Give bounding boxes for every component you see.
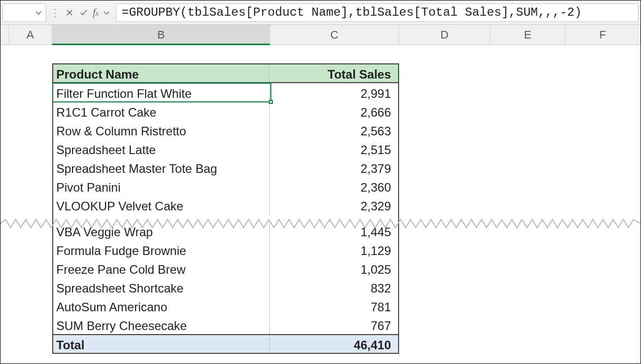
worksheet-grid[interactable]: Product Name Total Sales Filter Function… [1, 45, 640, 363]
cell-name[interactable]: Formula Fudge Brownie [53, 240, 270, 259]
cell-name[interactable]: VLOOKUP Velvet Cake [53, 196, 270, 214]
column-header-c[interactable]: C [270, 25, 399, 45]
cell-value[interactable]: 2,379 [270, 158, 398, 177]
check-icon [79, 8, 88, 17]
cell-name[interactable]: R1C1 Carrot Cake [53, 102, 270, 121]
cell-value[interactable]: 832 [270, 278, 398, 297]
groupby-result-table: Product Name Total Sales Filter Function… [52, 63, 399, 354]
divider: ⋮ [50, 7, 60, 19]
enter-formula-button[interactable] [77, 5, 91, 21]
hidden-rows-gap [53, 214, 398, 222]
column-header-f[interactable]: F [565, 25, 640, 45]
total-label[interactable]: Total [53, 335, 270, 353]
cell-value[interactable]: 2,515 [270, 139, 398, 158]
total-value[interactable]: 46,410 [270, 335, 398, 353]
cell-name[interactable]: Filter Function Flat White [53, 83, 270, 102]
table-row: Spreadsheet Master Tote Bag2,379 [53, 158, 398, 177]
cell-value[interactable]: 2,329 [270, 196, 398, 214]
cell-name[interactable]: Freeze Pane Cold Brew [53, 259, 270, 278]
cell-name[interactable]: Spreadsheet Shortcake [53, 278, 270, 297]
table-row: Spreadsheet Latte2,515 [53, 139, 398, 158]
column-header-a[interactable]: A [9, 25, 52, 45]
cell-name[interactable]: AutoSum Americano [53, 297, 270, 315]
table-row: VBA Veggie Wrap1,445 [53, 222, 398, 240]
table-row: R1C1 Carrot Cake2,666 [53, 102, 398, 121]
close-icon [65, 8, 74, 17]
cancel-formula-button[interactable] [62, 5, 77, 21]
cell-name[interactable]: Spreadsheet Latte [53, 139, 270, 158]
table-row: SUM Berry Cheesecake767 [53, 315, 398, 334]
fx-label[interactable]: fx [93, 7, 99, 18]
header-product-name: Product Name [53, 64, 270, 82]
header-total-sales: Total Sales [270, 64, 398, 82]
cell-name[interactable]: Row & Column Ristretto [53, 121, 270, 139]
table-row: Spreadsheet Shortcake832 [53, 278, 398, 297]
table-row: VLOOKUP Velvet Cake2,329 [53, 196, 398, 214]
formula-bar: ⋮ fx =GROUPBY(tblSales[Product Name],tbl… [1, 1, 640, 25]
cell-value[interactable]: 2,991 [270, 83, 398, 102]
table-row: Pivot Panini2,360 [53, 177, 398, 196]
table-row: Filter Function Flat White 2,991 [53, 83, 398, 102]
cell-name[interactable]: VBA Veggie Wrap [53, 222, 270, 240]
cell-value[interactable]: 2,563 [270, 121, 398, 139]
cell-name[interactable]: Pivot Panini [53, 177, 270, 196]
column-header-b[interactable]: B [52, 25, 270, 45]
table-total-row: Total 46,410 [53, 334, 398, 353]
column-headers: A B C D E F [1, 25, 640, 45]
column-header-e[interactable]: E [490, 25, 565, 45]
name-box[interactable] [3, 4, 46, 22]
table-row: Row & Column Ristretto2,563 [53, 121, 398, 139]
column-header-d[interactable]: D [399, 25, 490, 45]
table-row: Formula Fudge Brownie1,129 [53, 240, 398, 259]
formula-input[interactable]: =GROUPBY(tblSales[Product Name],tblSales… [116, 4, 638, 22]
cell-name[interactable]: Spreadsheet Master Tote Bag [53, 158, 270, 177]
table-row: AutoSum Americano781 [53, 297, 398, 315]
table-row: Freeze Pane Cold Brew1,025 [53, 259, 398, 278]
select-all-corner[interactable] [1, 25, 9, 45]
chevron-down-icon [103, 9, 110, 16]
cell-value[interactable]: 781 [270, 297, 398, 315]
cell-value[interactable]: 1,129 [270, 240, 398, 259]
chevron-down-icon [34, 9, 43, 17]
cell-value[interactable]: 2,666 [270, 102, 398, 121]
cell-name[interactable]: SUM Berry Cheesecake [53, 315, 270, 334]
cell-value[interactable]: 1,445 [270, 222, 398, 240]
formula-expand-button[interactable] [101, 5, 112, 21]
cell-value[interactable]: 767 [270, 315, 398, 334]
cell-value[interactable]: 1,025 [270, 259, 398, 278]
table-header-row: Product Name Total Sales [53, 64, 398, 83]
cell-value[interactable]: 2,360 [270, 177, 398, 196]
